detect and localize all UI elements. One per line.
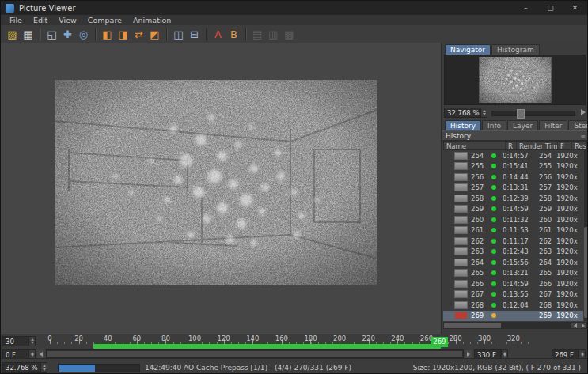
navigator-zoom-slider[interactable] <box>491 111 575 116</box>
panel-menu-icon[interactable]: ≡ <box>580 133 586 140</box>
scroll-left-button[interactable] <box>571 323 579 328</box>
render-time: 0:12:43 <box>503 247 539 255</box>
tab-layer[interactable]: Layer <box>507 120 538 131</box>
tab-histogram[interactable]: Histogram <box>491 44 540 55</box>
history-row[interactable]: 2620:11:172621920x <box>443 236 583 247</box>
horizontal-scroll-thumb[interactable] <box>444 323 501 328</box>
history-row[interactable]: 2640:15:562641920x <box>443 257 583 268</box>
tab-info[interactable]: Info <box>482 120 506 131</box>
history-row[interactable]: 2630:12:432631920x <box>443 247 583 258</box>
history-thumbnail <box>454 290 468 298</box>
column-header-name[interactable]: Name <box>444 142 506 149</box>
status-zoom-stepper[interactable] <box>40 362 47 373</box>
layer-compare-icon[interactable]: ▥ <box>266 27 281 41</box>
history-name: 260 <box>471 216 490 224</box>
split-vertical-icon[interactable]: ⊟ <box>187 27 202 41</box>
scroll-right-button[interactable] <box>579 323 586 328</box>
save-image-icon[interactable]: ▦ <box>21 27 36 41</box>
ruler-number: 200 <box>333 334 346 342</box>
history-name: 265 <box>471 269 490 277</box>
history-row[interactable]: 2600:11:322601920x <box>443 214 583 225</box>
navigator-zoom-stepper[interactable] <box>480 108 487 118</box>
render-time: 0:13:55 <box>503 290 539 298</box>
history-row[interactable]: 2670:13:552671920x <box>443 289 583 300</box>
toggle-compare-icon[interactable]: ◩ <box>147 27 162 41</box>
minimize-button[interactable]: – <box>514 1 538 15</box>
history-horizontal-scrollbar[interactable] <box>443 322 587 329</box>
fps-field[interactable]: 30 <box>2 336 28 346</box>
label-b-icon[interactable]: B <box>226 27 241 41</box>
pan-tool-icon[interactable]: ✚ <box>60 27 75 41</box>
frame-number: 265 <box>539 269 556 277</box>
zoom-slider-thumb[interactable] <box>517 109 525 119</box>
menu-item-file[interactable]: File <box>4 16 28 25</box>
timeline-ruler[interactable]: 0204060801001201401601802002202402602803… <box>37 334 552 344</box>
current-frame-marker[interactable]: 269 <box>431 337 448 347</box>
fullscreen-icon[interactable]: ◱ <box>44 27 59 41</box>
menu-item-compare[interactable]: Compare <box>82 16 127 25</box>
history-row[interactable]: 2660:14:592661920x <box>443 278 583 289</box>
menu-item-animation[interactable]: Animation <box>127 16 176 25</box>
history-row[interactable]: 2570:13:312571920x <box>443 183 583 194</box>
toolbar: ▨▦◱✚◎◧◨⇄◩◫⊟AB▤▥▩ <box>1 25 587 43</box>
history-row[interactable]: 2550:15:412551920x <box>443 161 583 172</box>
image-viewport[interactable] <box>1 43 442 334</box>
tab-filter[interactable]: Filter <box>539 120 567 131</box>
column-header-r[interactable]: R <box>506 142 517 149</box>
render-time: 0:13:31 <box>503 183 539 191</box>
column-header-resolu[interactable]: Resolu <box>572 142 586 149</box>
title-bar[interactable]: Picture Viewer –▢✕ <box>1 1 587 15</box>
history-vertical-scrollbar[interactable] <box>584 150 588 321</box>
menu-item-view[interactable]: View <box>53 16 82 25</box>
timeline-scrollbar[interactable] <box>46 349 464 358</box>
filter-icon[interactable]: ▩ <box>282 27 297 41</box>
navigator-preview[interactable] <box>444 55 586 105</box>
history-section-title: History <box>446 132 471 140</box>
frame-number: 267 <box>539 290 556 298</box>
navigator-zoom-row: 32.768 % <box>444 108 586 118</box>
navigator-zoom-value[interactable]: 32.768 % <box>444 108 480 118</box>
tab-navigator[interactable]: Navigator <box>445 44 491 55</box>
ruler-number: 80 <box>161 334 170 342</box>
open-file-icon[interactable]: ▨ <box>5 27 20 41</box>
status-zoom-field[interactable]: 32.768 % <box>2 362 40 373</box>
history-row[interactable]: 2610:11:532611920x <box>443 225 583 236</box>
zoom-slider-right-arrow[interactable] <box>581 109 586 115</box>
stereo-icon[interactable]: ▤ <box>250 27 265 41</box>
close-button[interactable]: ✕ <box>563 1 587 15</box>
menu-item-edit[interactable]: Edit <box>28 16 53 25</box>
ruler-number: 160 <box>275 334 288 342</box>
set-compare-b-icon[interactable]: ◨ <box>116 27 131 41</box>
zoom-tool-icon[interactable]: ◎ <box>76 27 91 41</box>
window-controls: –▢✕ <box>514 1 587 15</box>
tab-history[interactable]: History <box>445 120 481 131</box>
timeline-scroll-thumb[interactable] <box>47 351 462 357</box>
history-row[interactable]: 2692691920x <box>443 311 583 322</box>
swap-ab-icon[interactable]: ⇄ <box>131 27 146 41</box>
split-horizontal-icon[interactable]: ◫ <box>171 27 186 41</box>
label-a-icon[interactable]: A <box>211 27 226 41</box>
history-row[interactable]: 2540:14:572541920x <box>443 150 583 161</box>
set-compare-a-icon[interactable]: ◧ <box>100 27 115 41</box>
maximize-button[interactable]: ▢ <box>538 1 563 15</box>
timeline-scroll-left[interactable] <box>37 350 44 358</box>
history-row[interactable]: 2650:13:212651920x <box>443 268 583 279</box>
fps-stepper[interactable] <box>28 336 36 346</box>
ruler-number: 60 <box>132 334 141 342</box>
history-row[interactable]: 2560:14:442561920x <box>443 172 583 183</box>
resolution: 1920x <box>556 216 583 224</box>
column-header-f[interactable]: F <box>558 142 572 149</box>
history-row[interactable]: 2580:12:392581920x <box>443 193 583 204</box>
render-time: 0:11:32 <box>503 216 539 224</box>
history-name: 261 <box>471 226 490 234</box>
tab-stereo[interactable]: Stereo <box>568 120 588 131</box>
ruler-number: 220 <box>362 334 375 342</box>
render-time: 0:12:04 <box>503 301 539 309</box>
timeline-scroll-right[interactable] <box>465 350 472 358</box>
app-icon <box>6 4 14 13</box>
column-header-render-time[interactable]: Render Time <box>517 142 558 149</box>
history-row[interactable]: 2590:14:592591920x <box>443 204 583 215</box>
render-time: 0:15:56 <box>503 259 539 266</box>
history-row[interactable]: 2680:12:042681920x <box>443 300 583 311</box>
vertical-scroll-thumb[interactable] <box>584 227 588 317</box>
